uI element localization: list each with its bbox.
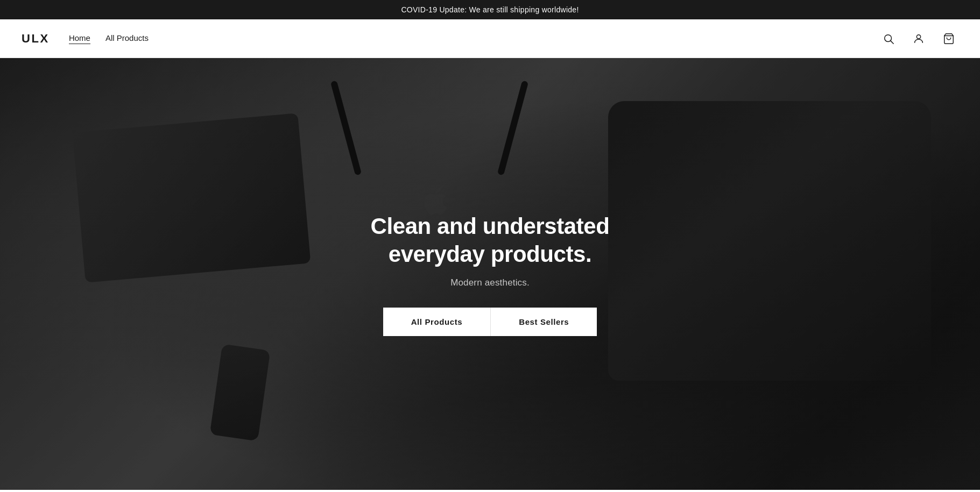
all-products-button[interactable]: All Products — [383, 308, 491, 336]
main-nav: Home All Products — [69, 33, 149, 44]
search-button[interactable] — [879, 29, 898, 48]
account-button[interactable] — [909, 29, 928, 48]
account-icon — [913, 33, 925, 45]
header: ULX Home All Products — [0, 19, 980, 58]
svg-point-0 — [885, 34, 892, 41]
svg-point-2 — [916, 34, 920, 38]
header-icons — [879, 29, 958, 48]
nav-home[interactable]: Home — [69, 33, 90, 44]
nav-all-products[interactable]: All Products — [105, 33, 149, 44]
best-sellers-button[interactable]: Best Sellers — [490, 308, 597, 336]
header-left: ULX Home All Products — [22, 32, 149, 46]
search-icon — [883, 33, 894, 45]
logo[interactable]: ULX — [22, 32, 50, 46]
cart-button[interactable] — [939, 29, 958, 48]
announcement-bar: COVID-19 Update: We are still shipping w… — [0, 0, 980, 19]
announcement-text: COVID-19 Update: We are still shipping w… — [401, 5, 579, 14]
hero-section: Clean and understated everyday products.… — [0, 58, 980, 490]
hero-title: Clean and understated everyday products. — [340, 212, 641, 269]
cart-icon — [943, 33, 955, 45]
hero-content: Clean and understated everyday products.… — [329, 202, 652, 347]
svg-line-1 — [891, 41, 893, 44]
hero-buttons: All Products Best Sellers — [340, 308, 641, 336]
hero-subtitle: Modern aesthetics. — [340, 277, 641, 288]
